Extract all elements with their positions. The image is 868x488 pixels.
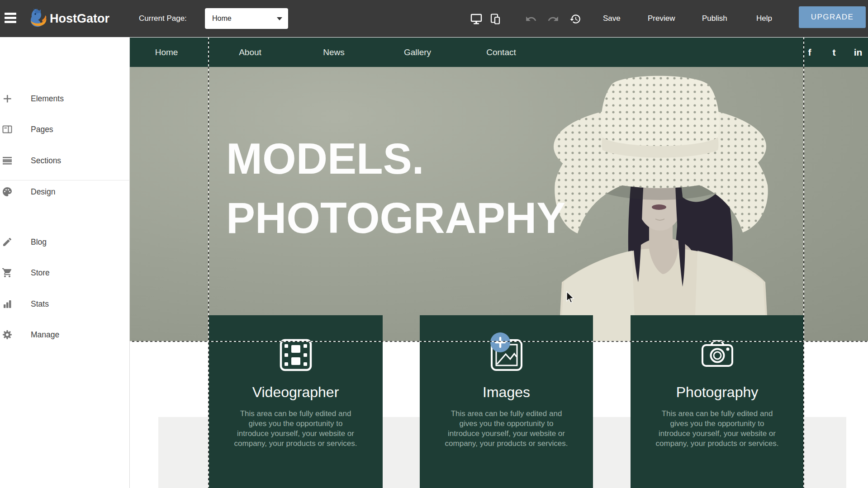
page-select-value: Home bbox=[212, 8, 232, 29]
card-images[interactable]: Images This area can be fully edited and… bbox=[420, 315, 593, 488]
cart-icon bbox=[2, 267, 13, 278]
card-body: This area can be fully edited and gives … bbox=[430, 409, 583, 449]
chevron-down-icon bbox=[277, 17, 282, 20]
hostgator-logo-icon bbox=[29, 7, 48, 29]
card-title: Videographer bbox=[209, 384, 383, 401]
card-title: Photography bbox=[631, 384, 804, 401]
gear-icon bbox=[2, 329, 13, 340]
pencil-icon bbox=[2, 237, 13, 247]
sidebar-item-design[interactable]: Design bbox=[0, 181, 130, 203]
menu-icon[interactable] bbox=[5, 13, 16, 24]
hero-title-line2: PHOTOGRAPHY bbox=[226, 194, 565, 242]
bar-chart-icon bbox=[2, 298, 13, 309]
image-icon-wrap bbox=[489, 337, 525, 373]
undo-icon[interactable] bbox=[525, 13, 537, 25]
redo-icon[interactable] bbox=[547, 13, 559, 25]
top-toolbar: HostGator Current Page: Home Save Previe… bbox=[0, 0, 868, 37]
card-videographer[interactable]: Videographer This area can be fully edit… bbox=[209, 315, 383, 488]
camera-icon bbox=[699, 337, 735, 373]
help-button[interactable]: Help bbox=[756, 0, 772, 37]
sidebar-item-label: Stats bbox=[31, 293, 49, 315]
brand-name: HostGator bbox=[50, 0, 109, 37]
site-navbar[interactable]: Home About News Gallery Contact f t in bbox=[130, 38, 868, 67]
site-nav-news[interactable]: News bbox=[323, 38, 345, 67]
twitter-icon[interactable]: t bbox=[833, 38, 836, 67]
sidebar-item-pages[interactable]: Pages bbox=[0, 118, 130, 140]
sidebar-item-store[interactable]: Store bbox=[0, 262, 130, 284]
sidebar-divider bbox=[0, 180, 130, 180]
desktop-preview-icon[interactable] bbox=[470, 13, 482, 25]
card-body: This area can be fully edited and gives … bbox=[640, 409, 794, 449]
site-nav-home[interactable]: Home bbox=[155, 38, 178, 67]
sidebar-item-label: Manage bbox=[31, 324, 59, 346]
history-icon[interactable] bbox=[569, 13, 581, 25]
sidebar-item-label: Store bbox=[31, 262, 50, 284]
card-title: Images bbox=[420, 384, 593, 401]
save-button[interactable]: Save bbox=[603, 0, 621, 37]
preview-button[interactable]: Preview bbox=[648, 0, 675, 37]
sidebar-item-label: Blog bbox=[31, 231, 47, 253]
hero-title-line1: MODELS. bbox=[226, 134, 424, 183]
publish-button[interactable]: Publish bbox=[702, 0, 727, 37]
page-select-dropdown[interactable]: Home bbox=[205, 8, 288, 29]
hero-title[interactable]: MODELS.PHOTOGRAPHY bbox=[226, 129, 565, 247]
sidebar-item-label: Sections bbox=[31, 150, 61, 171]
film-icon bbox=[278, 337, 314, 373]
sidebar-item-blog[interactable]: Blog bbox=[0, 231, 130, 253]
upgrade-button[interactable]: UPGRADE bbox=[799, 6, 866, 28]
sidebar-item-stats[interactable]: Stats bbox=[0, 293, 130, 315]
palette-icon bbox=[2, 186, 13, 197]
builder-window: HostGator Current Page: Home Save Previe… bbox=[0, 0, 868, 488]
hero-section[interactable]: MODELS.PHOTOGRAPHY bbox=[130, 67, 868, 341]
add-image-badge-icon[interactable] bbox=[490, 332, 510, 352]
site-nav-about[interactable]: About bbox=[239, 38, 261, 67]
site-canvas: Home About News Gallery Contact f t in bbox=[130, 37, 868, 488]
pages-icon bbox=[2, 124, 13, 135]
hero-model-photo bbox=[537, 70, 790, 341]
sidebar-item-label: Pages bbox=[31, 118, 53, 140]
sidebar-item-label: Elements bbox=[31, 88, 64, 109]
linkedin-icon[interactable]: in bbox=[854, 38, 863, 67]
sections-icon bbox=[2, 155, 13, 166]
card-body: This area can be fully edited and gives … bbox=[219, 409, 373, 449]
plus-icon bbox=[2, 93, 13, 104]
builder-sidebar: Elements Pages Sections bbox=[0, 37, 130, 488]
current-page-label: Current Page: bbox=[139, 0, 187, 37]
sidebar-item-elements[interactable]: Elements bbox=[0, 88, 130, 109]
sidebar-item-manage[interactable]: Manage bbox=[0, 324, 130, 346]
mobile-preview-icon[interactable] bbox=[489, 13, 501, 25]
site-nav-gallery[interactable]: Gallery bbox=[404, 38, 431, 67]
card-photography[interactable]: Photography This area can be fully edite… bbox=[631, 315, 804, 488]
site-nav-contact[interactable]: Contact bbox=[486, 38, 516, 67]
facebook-icon[interactable]: f bbox=[808, 38, 811, 67]
sidebar-item-sections[interactable]: Sections bbox=[0, 150, 130, 171]
sidebar-item-label: Design bbox=[31, 181, 55, 203]
